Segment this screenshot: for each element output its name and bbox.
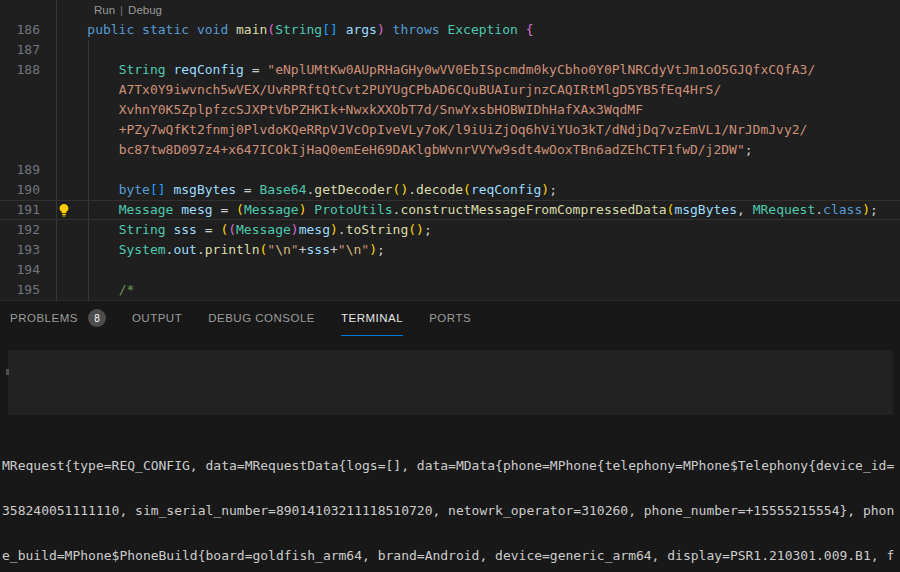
code-line: 187 — [0, 40, 900, 60]
code-line: 188 String reqConfig = "eNplUMtKw0AUpRHa… — [0, 60, 900, 80]
code-text: Message mesg = (Message) ProtoUtils.cons… — [56, 200, 878, 220]
code-text: XvhnY0K5ZplpfzcSJXPtVbPZHKIk+NwxkXXObT7d… — [56, 100, 643, 120]
terminal-output-line: MRequest{type=REQ_CONFIG, data=MRequestD… — [2, 458, 900, 473]
codelens: Run|Debug — [0, 0, 900, 20]
lightbulb-icon[interactable] — [57, 203, 71, 217]
tab-label: DEBUG CONSOLE — [208, 312, 315, 324]
terminal-command-block — [8, 350, 893, 415]
code-text: String sss = ((Message)mesg).toString(); — [56, 220, 432, 240]
code-line: A7Tx0Y9iwvnch5wVEX/UvRPRftQtCvt2PUYUgCPb… — [0, 80, 900, 100]
line-number — [0, 100, 40, 120]
line-number: 190 — [0, 180, 40, 200]
code-text: public static void main(String[] args) t… — [56, 20, 534, 40]
code-line: 194 — [0, 260, 900, 280]
tab-label: OUTPUT — [132, 312, 182, 324]
line-number: 191 — [0, 200, 40, 220]
code-text: System.out.println("\n"+sss+"\n"); — [56, 240, 385, 260]
line-number: 187 — [0, 40, 40, 60]
editor-content[interactable]: 186 public static void main(String[] arg… — [0, 20, 900, 300]
line-number: 194 — [0, 260, 40, 280]
code-editor[interactable]: Run|Debug 186 public static void main(St… — [0, 0, 900, 300]
code-text: /* — [56, 280, 134, 300]
code-line: bc87tw8D097z4+x647ICOkIjHaQ0emEeH69DAKlg… — [0, 140, 900, 160]
problems-count-badge: 8 — [88, 309, 106, 327]
line-number: 189 — [0, 160, 40, 180]
tab-output[interactable]: OUTPUT — [132, 301, 182, 336]
code-line: 193 System.out.println("\n"+sss+"\n"); — [0, 240, 900, 260]
code-line: XvhnY0K5ZplpfzcSJXPtVbPZHKIk+NwxkXXObT7d… — [0, 100, 900, 120]
line-number: 195 — [0, 280, 40, 300]
code-text: bc87tw8D097z4+x647ICOkIjHaQ0emEeH69DAKlg… — [56, 140, 753, 160]
code-line: +PZy7wQfKt2fnmj0PlvdoKQeRRpVJVcOpIveVLy7… — [0, 120, 900, 140]
terminal-view[interactable]: MRequest{type=REQ_CONFIG, data=MRequestD… — [0, 336, 900, 572]
codelens-run-link[interactable]: Run — [94, 4, 115, 16]
code-line: 191 Message mesg = (Message) ProtoUtils.… — [0, 200, 900, 220]
line-number — [0, 120, 40, 140]
terminal-output: MRequest{type=REQ_CONFIG, data=MRequestD… — [2, 428, 900, 572]
terminal-output-line: 358240051111110, sim_serial_number=89014… — [2, 503, 900, 518]
line-number: 192 — [0, 220, 40, 240]
tab-label: PROBLEMS — [10, 312, 78, 324]
code-line: 192 String sss = ((Message)mesg).toStrin… — [0, 220, 900, 240]
tab-problems[interactable]: PROBLEMS 8 — [10, 301, 106, 336]
code-line: 195 /* — [0, 280, 900, 300]
code-text: A7Tx0Y9iwvnch5wVEX/UvRPRftQtCvt2PUYUgCPb… — [56, 80, 721, 100]
code-text: +PZy7wQfKt2fnmj0PlvdoKQeRRpVJVcOpIveVLy7… — [56, 120, 807, 140]
codelens-separator: | — [120, 4, 123, 16]
terminal-output-line: e_build=MPhone$PhoneBuild{board=goldfish… — [2, 548, 900, 563]
tab-label: TERMINAL — [341, 312, 403, 324]
line-number: 188 — [0, 60, 40, 80]
tab-label: PORTS — [429, 312, 471, 324]
line-number — [0, 140, 40, 160]
line-number: 193 — [0, 240, 40, 260]
code-line: 190 byte[] msgBytes = Base64.getDecoder(… — [0, 180, 900, 200]
terminal-cursor — [6, 369, 9, 375]
code-text: String reqConfig = "eNplUMtKw0AUpRHaGHy0… — [56, 60, 815, 80]
tab-debug-console[interactable]: DEBUG CONSOLE — [208, 301, 315, 336]
codelens-debug-link[interactable]: Debug — [128, 4, 162, 16]
panel-tab-bar: PROBLEMS 8 OUTPUT DEBUG CONSOLE TERMINAL… — [0, 301, 900, 336]
code-line: 186 public static void main(String[] arg… — [0, 20, 900, 40]
tab-ports[interactable]: PORTS — [429, 301, 471, 336]
code-text: byte[] msgBytes = Base64.getDecoder().de… — [56, 180, 557, 200]
line-number: 186 — [0, 20, 40, 40]
tab-terminal[interactable]: TERMINAL — [341, 301, 403, 336]
line-number — [0, 80, 40, 100]
code-line: 189 — [0, 160, 900, 180]
bottom-panel: PROBLEMS 8 OUTPUT DEBUG CONSOLE TERMINAL… — [0, 300, 900, 572]
